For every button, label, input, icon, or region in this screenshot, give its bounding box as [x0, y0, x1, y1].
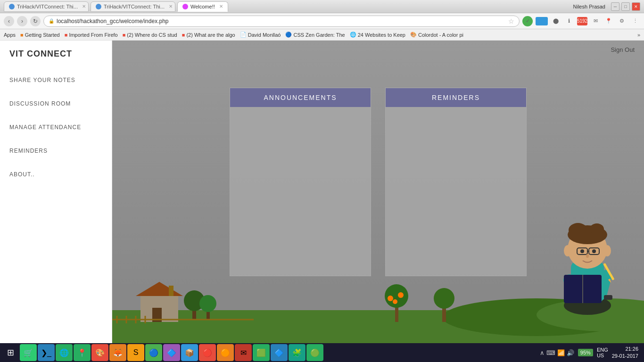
reload-button[interactable]: ↻: [30, 16, 41, 26]
taskbar-icon-red[interactable]: 🔴: [199, 344, 216, 361]
clock-date: 29-01-2017: [612, 353, 638, 360]
taskbar-icon-paint[interactable]: 🎨: [91, 344, 108, 361]
bookmark-apps[interactable]: Apps: [4, 32, 16, 38]
bookmark-star-icon[interactable]: ☆: [508, 17, 514, 25]
extension-icon-5[interactable]: ✉: [590, 16, 601, 26]
bookmark-css-zen[interactable]: 🔵 CSS Zen Garden: The: [285, 32, 345, 38]
taskbar-icon-maps[interactable]: 📍: [74, 344, 91, 361]
taskbar-right: ∧ ⌨ 📶 🔊 95% ENGUS 21:26 29-01-2017: [540, 346, 642, 360]
browser-titlebar: TriHack/VITConnect: Thi... ✕ TriHack/VIT…: [0, 0, 644, 13]
svg-rect-41: [604, 295, 612, 300]
reminders-header: REMINDERS: [386, 88, 526, 107]
signal-icon[interactable]: 📶: [557, 349, 565, 356]
back-button[interactable]: ‹: [4, 16, 14, 26]
bookmark-24websites[interactable]: 🌐 24 Websites to Keep: [350, 32, 405, 38]
svg-point-10: [199, 295, 216, 312]
browser-tab-3[interactable]: Welcome!! ✕: [177, 1, 228, 12]
nav-manage-attendance[interactable]: MANAGE ATTENDANCE: [0, 115, 112, 139]
imported-label: Imported From Firefo: [69, 32, 117, 38]
language-indicator: ENGUS: [597, 347, 608, 358]
app-container: VIT CONNECT SHARE YOUR NOTES DISCUSSION …: [0, 41, 644, 343]
svg-point-17: [385, 284, 408, 308]
keyboard-icon[interactable]: ⌨: [546, 349, 555, 356]
extension-icon-2[interactable]: [536, 17, 548, 25]
taskbar-icon-powershell[interactable]: ❯_: [38, 344, 55, 361]
sidebar: VIT CONNECT SHARE YOUR NOTES DISCUSSION …: [0, 41, 112, 343]
maximize-button[interactable]: □: [621, 2, 630, 11]
bookmark-david[interactable]: 📄 David Monllaó: [240, 32, 281, 38]
volume-icon[interactable]: 🔊: [567, 349, 574, 356]
sidebar-nav: SHARE YOUR NOTES DISCUSSION ROOM MANAGE …: [0, 68, 112, 186]
24websites-label: 24 Websites to Keep: [358, 32, 405, 38]
nav-reminders[interactable]: REMINDERS: [0, 139, 112, 163]
svg-point-32: [580, 249, 584, 253]
taskbar-icon-blue3d[interactable]: 📦: [181, 344, 198, 361]
extension-badge[interactable]: 5192: [577, 17, 587, 25]
david-label: David Monllaó: [248, 32, 281, 38]
extension-icon-4[interactable]: ℹ: [564, 16, 574, 26]
tab-2-close[interactable]: ✕: [169, 4, 173, 9]
taskbar-icon-firefox[interactable]: 🦊: [109, 344, 126, 361]
tab-2-favicon: [96, 4, 101, 9]
browser-menu-icon[interactable]: ⋮: [630, 16, 640, 26]
tab-1-close[interactable]: ✕: [82, 4, 86, 9]
start-button[interactable]: ⊞: [2, 344, 19, 361]
taskbar-icon-purple[interactable]: 🔷: [163, 344, 180, 361]
svg-point-28: [590, 223, 604, 235]
bookmarks-more-button[interactable]: »: [637, 32, 640, 38]
window-controls: Nilesh Prasad ─ □ ✕: [573, 2, 640, 11]
svg-point-43: [603, 245, 611, 256]
nav-share-notes[interactable]: SHARE YOUR NOTES: [0, 68, 112, 92]
main-content: Sign Out ANNOUNCEMENTS REMINDERS: [112, 41, 644, 343]
sign-out-button[interactable]: Sign Out: [611, 46, 635, 53]
bookmark-colordot[interactable]: 🎨 Colordot - A color pi: [410, 32, 463, 38]
svg-point-22: [434, 288, 454, 309]
panels-container: ANNOUNCEMENTS REMINDERS: [230, 88, 527, 276]
extension-icon-6[interactable]: 📍: [603, 16, 614, 26]
browser-tab-1[interactable]: TriHack/VITConnect: Thi... ✕: [4, 1, 89, 12]
close-button[interactable]: ✕: [632, 2, 640, 11]
extension-icon-7[interactable]: ⚙: [617, 16, 627, 26]
nav-discussion-room[interactable]: DISCUSSION ROOM: [0, 92, 112, 115]
algo-label: (2) What are the algo: [186, 32, 235, 38]
nav-about[interactable]: ABOUT..: [0, 163, 112, 186]
extension-icon-1[interactable]: ✓: [522, 16, 533, 26]
taskbar-icon-diamond[interactable]: 🔷: [271, 344, 288, 361]
chevron-up-icon[interactable]: ∧: [540, 349, 545, 356]
taskbar-icon-puzzle[interactable]: 🧩: [289, 344, 305, 361]
taskbar-icon-circle[interactable]: 🟢: [306, 344, 323, 361]
taskbar-icon-green2[interactable]: 🟩: [253, 344, 270, 361]
browser-tab-2[interactable]: TriHack/VITConnect: Thi... ✕: [91, 1, 175, 12]
announcements-header: ANNOUNCEMENTS: [230, 88, 371, 107]
taskbar-icon-mail[interactable]: ✉: [235, 344, 252, 361]
taskbar-icon-sulvur[interactable]: S: [127, 344, 144, 361]
tab-3-favicon: [182, 4, 188, 9]
taskbar-icon-chrome[interactable]: 🔵: [145, 344, 162, 361]
getting-started-label: Getting Started: [25, 32, 60, 38]
svg-point-33: [592, 249, 596, 253]
taskbar-icon-store[interactable]: 🛒: [20, 344, 37, 361]
taskbar-icon-browser[interactable]: 🌐: [56, 344, 73, 361]
apps-label: Apps: [4, 32, 16, 38]
extension-icon-3[interactable]: ⬤: [551, 16, 561, 26]
minimize-button[interactable]: ─: [611, 2, 619, 11]
browser-toolbar: ✓ ⬤ ℹ 5192 ✉ 📍 ⚙ ⋮: [522, 16, 640, 26]
forward-button[interactable]: ›: [17, 16, 27, 26]
window-user: Nilesh Prasad: [573, 4, 605, 9]
bookmark-imported[interactable]: ■ Imported From Firefo: [65, 32, 118, 38]
bookmark-getting-started[interactable]: ■ Getting Started: [20, 32, 60, 38]
tab-3-label: Welcome!!: [190, 4, 215, 9]
taskbar-icon-orange[interactable]: 🟠: [217, 344, 234, 361]
tab-3-close[interactable]: ✕: [219, 4, 223, 9]
svg-rect-6: [169, 286, 173, 296]
reminders-body: [386, 107, 526, 276]
bookmark-cs-stud[interactable]: ■ (2) Where do CS stud: [123, 32, 177, 38]
address-box[interactable]: 🔒 localhost/hackathon_gcc/welcome/index.…: [43, 16, 520, 27]
tab-1-label: TriHack/VITConnect: Thi...: [17, 4, 78, 9]
bookmark-algo[interactable]: ■ (2) What are the algo: [182, 32, 235, 38]
browser-addressbar: ‹ › ↻ 🔒 localhost/hackathon_gcc/welcome/…: [0, 13, 644, 29]
bookmarks-bar: Apps ■ Getting Started ■ Imported From F…: [0, 29, 644, 41]
battery-indicator: 95%: [578, 349, 593, 356]
svg-point-27: [569, 223, 587, 237]
system-icons: ∧ ⌨ 📶 🔊: [540, 349, 574, 356]
